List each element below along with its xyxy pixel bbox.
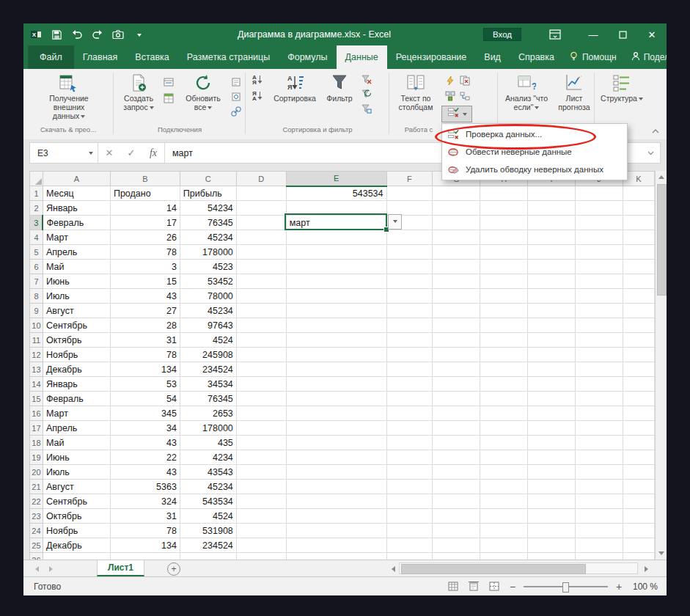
name-box[interactable]: E3 xyxy=(30,143,98,163)
undo-icon[interactable] xyxy=(70,28,84,41)
cell-K17[interactable] xyxy=(623,421,654,436)
cell-C2[interactable]: 54234 xyxy=(180,201,236,216)
refresh-all-button[interactable]: Обновить все xyxy=(180,70,226,123)
cell-B25[interactable]: 134 xyxy=(110,538,180,553)
cell-E13[interactable] xyxy=(286,362,386,377)
cell-E2[interactable] xyxy=(286,201,386,216)
cell-D21[interactable] xyxy=(236,480,286,494)
cell-D13[interactable] xyxy=(236,362,286,377)
cell-C22[interactable]: 543534 xyxy=(180,494,236,509)
cell-G6[interactable] xyxy=(433,260,480,274)
cell-J11[interactable] xyxy=(576,333,623,348)
cell-I10[interactable] xyxy=(528,318,576,333)
cell-D24[interactable] xyxy=(236,524,286,538)
save-icon[interactable] xyxy=(50,28,63,41)
cell-F17[interactable] xyxy=(386,421,433,436)
filter-button[interactable]: Фильтр xyxy=(323,70,356,123)
cell-C11[interactable]: 4524 xyxy=(180,333,236,348)
cell-G25[interactable] xyxy=(433,538,480,553)
row-header-4[interactable]: 4 xyxy=(30,230,43,245)
insert-function-icon[interactable]: fx xyxy=(142,143,164,163)
relationships-icon[interactable] xyxy=(458,89,472,103)
cell-G11[interactable] xyxy=(433,333,480,348)
cell-A21[interactable]: Август xyxy=(43,480,110,494)
row-header-19[interactable]: 19 xyxy=(30,450,43,465)
cell-B6[interactable]: 3 xyxy=(110,260,180,274)
vertical-scrollbar[interactable] xyxy=(655,171,667,560)
cell-F6[interactable] xyxy=(386,260,433,274)
what-if-analysis-button[interactable]: ? Анализ "что если" xyxy=(500,70,553,123)
reapply-filter-icon[interactable] xyxy=(359,87,374,101)
col-header-C[interactable]: C xyxy=(180,172,236,186)
cell-F1[interactable] xyxy=(386,186,433,201)
cell-K4[interactable] xyxy=(623,230,654,245)
cell-C16[interactable]: 2653 xyxy=(180,406,236,421)
text-to-columns-button[interactable]: Текст по столбцам xyxy=(393,70,438,123)
cell-I25[interactable] xyxy=(528,538,576,553)
row-header-21[interactable]: 21 xyxy=(30,480,43,494)
from-table-icon[interactable] xyxy=(161,91,176,106)
scroll-up-icon[interactable] xyxy=(656,171,667,183)
col-header-F[interactable]: F xyxy=(386,172,433,186)
cell-J23[interactable] xyxy=(576,509,623,524)
cell-C8[interactable]: 78000 xyxy=(180,289,236,304)
data-validation-button[interactable] xyxy=(441,106,472,122)
cell-B9[interactable]: 27 xyxy=(110,304,180,318)
cell-C9[interactable]: 45234 xyxy=(180,304,236,318)
cell-I1[interactable] xyxy=(528,186,576,201)
row-header-11[interactable]: 11 xyxy=(30,333,43,348)
row-header-3[interactable]: 3 xyxy=(30,216,43,230)
cell-C12[interactable]: 245908 xyxy=(180,348,236,362)
minimize-button[interactable]: — xyxy=(579,23,608,45)
expand-formula-bar-icon[interactable] xyxy=(647,149,654,157)
cell-G2[interactable] xyxy=(433,201,480,216)
cell-K5[interactable] xyxy=(623,245,654,260)
cell-B7[interactable]: 15 xyxy=(110,274,180,289)
cell-B11[interactable]: 31 xyxy=(110,333,180,348)
cell-I4[interactable] xyxy=(528,230,576,245)
cell-A5[interactable]: Апрель xyxy=(43,245,110,260)
row-header-22[interactable]: 22 xyxy=(30,494,43,509)
cell-K9[interactable] xyxy=(623,304,654,318)
cell-F15[interactable] xyxy=(386,392,433,406)
cell-J10[interactable] xyxy=(576,318,623,333)
cell-A19[interactable]: Июнь xyxy=(43,450,110,465)
col-header-B[interactable]: B xyxy=(110,172,180,186)
cell-G9[interactable] xyxy=(433,304,480,318)
sort-ascending-icon[interactable]: АЯ xyxy=(248,72,267,88)
page-layout-view-icon[interactable] xyxy=(466,580,481,593)
sort-descending-icon[interactable]: ЯА xyxy=(248,88,267,104)
cell-E23[interactable] xyxy=(286,509,386,524)
cell-D3[interactable] xyxy=(236,216,286,230)
cell-H4[interactable] xyxy=(480,230,528,245)
cell-J25[interactable] xyxy=(576,538,623,553)
cell-F5[interactable] xyxy=(386,245,433,260)
cell-H14[interactable] xyxy=(480,377,528,392)
cell-K6[interactable] xyxy=(623,260,654,274)
cell-D26[interactable] xyxy=(236,553,286,560)
prev-sheet-icon[interactable] xyxy=(31,563,43,575)
ribbon-display-options-icon[interactable] xyxy=(540,23,570,45)
cell-F23[interactable] xyxy=(386,509,433,524)
sign-in-button[interactable]: Вход xyxy=(483,28,521,41)
cell-F26[interactable] xyxy=(386,553,433,560)
row-header-7[interactable]: 7 xyxy=(30,274,43,289)
cell-H8[interactable] xyxy=(480,289,528,304)
cell-E1[interactable]: 543534 xyxy=(286,186,386,201)
cell-K14[interactable] xyxy=(623,377,654,392)
cell-B3[interactable]: 17 xyxy=(110,216,180,230)
cell-B2[interactable]: 14 xyxy=(110,201,180,216)
cell-F14[interactable] xyxy=(386,377,433,392)
cell-F16[interactable] xyxy=(386,406,433,421)
tab-Рецензирование[interactable]: Рецензирование xyxy=(387,45,476,69)
cell-E12[interactable] xyxy=(286,348,386,362)
properties-icon[interactable] xyxy=(229,89,243,104)
hscroll-left-icon[interactable] xyxy=(387,563,399,575)
zoom-in-button[interactable]: + xyxy=(614,581,624,593)
collapse-ribbon-icon[interactable] xyxy=(650,126,661,135)
cell-A6[interactable]: Май xyxy=(43,260,110,274)
cell-C3[interactable]: 76345 xyxy=(180,216,236,230)
cell-E16[interactable] xyxy=(286,406,386,421)
col-header-E[interactable]: E xyxy=(286,172,386,186)
cell-I21[interactable] xyxy=(528,480,576,494)
